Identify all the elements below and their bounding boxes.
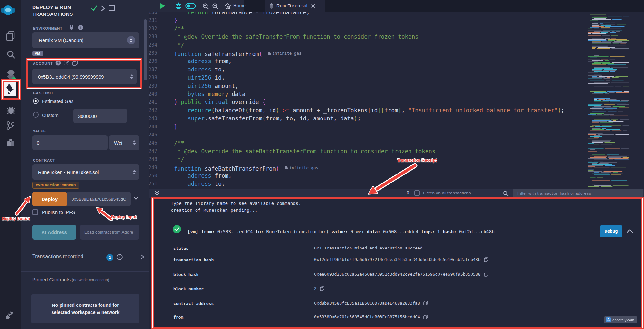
- code-line-239[interactable]: uint256 amount,: [160, 82, 238, 90]
- layout-icon[interactable]: [109, 5, 115, 11]
- code-line-231[interactable]: }: [160, 16, 178, 24]
- code-line-241[interactable]: ) public virtual override {: [160, 98, 266, 106]
- tab-runetoken[interactable]: RuneToken.sol: [265, 0, 325, 12]
- transactions-info-icon[interactable]: [117, 254, 123, 260]
- copilot-toggle-icon[interactable]: [185, 3, 196, 9]
- contract-select[interactable]: RuneToken - RuneToken.sol: [32, 164, 139, 180]
- receipt-row-value: 0xee6093d236c02a52a450ea73952d3dd942c9e2…: [314, 272, 488, 277]
- transactions-expand-icon[interactable]: [141, 254, 144, 259]
- code-line-243[interactable]: super.safeTransferFrom(from, to, id, amo…: [160, 115, 361, 123]
- collapse-terminal-icon[interactable]: [155, 191, 159, 196]
- custom-gas-input[interactable]: [73, 109, 127, 123]
- copy-icon[interactable]: [423, 301, 428, 306]
- code-line-247[interactable]: * @dev Override the safeBatchTransferFro…: [160, 147, 435, 155]
- plug-icon[interactable]: [69, 25, 74, 30]
- code-line-240[interactable]: bytes memory data: [160, 90, 245, 98]
- gas-pump-icon: [284, 166, 288, 170]
- environment-info-icon[interactable]: [78, 25, 83, 30]
- deploy-input-label: Deploy Input: [111, 214, 137, 219]
- receipt-row-label: status: [173, 246, 188, 251]
- at-address-button[interactable]: At Address: [32, 225, 76, 240]
- remix-logo-icon[interactable]: [1, 3, 15, 19]
- code-line-234[interactable]: */: [160, 41, 184, 49]
- pin-panel-icon[interactable]: [101, 5, 105, 11]
- deploy-expand-icon[interactable]: [133, 196, 139, 200]
- code-line-242[interactable]: require(balanceOf(from, id) >= amount + …: [160, 107, 564, 115]
- deploy-input[interactable]: [67, 192, 131, 206]
- code-line-235[interactable]: function safeTransferFrom(infinite gas: [160, 49, 301, 57]
- custom-gas-label: Custom: [42, 112, 59, 118]
- panel-scrollbar[interactable]: [144, 19, 147, 80]
- solidity-compiler-icon[interactable]: [6, 69, 17, 82]
- terminal-bar: 0 Listen on all transactions: [149, 189, 644, 198]
- collapse-receipt-icon[interactable]: [627, 229, 633, 233]
- code-line-249[interactable]: function safeBatchTransferFrom(infinite …: [160, 164, 318, 172]
- copy-icon[interactable]: [423, 315, 428, 319]
- code-line-233[interactable]: * @dev Override the safeTransferFrom fun…: [160, 33, 418, 41]
- plugin-manager-icon[interactable]: [5, 311, 14, 320]
- minimap[interactable]: [587, 12, 629, 189]
- add-account-icon[interactable]: [55, 60, 61, 66]
- code-line-251[interactable]: address to,: [160, 180, 225, 188]
- estimated-gas-radio[interactable]: [33, 98, 39, 104]
- learneth-icon[interactable]: [6, 138, 15, 147]
- compiled-check-icon: [91, 5, 97, 11]
- copy-account-icon[interactable]: [72, 60, 78, 66]
- unit-stepper-icon: [133, 140, 136, 145]
- line-number: 242: [149, 107, 157, 115]
- code-line-230[interactable]: return totalBalance - frozenBalance;: [160, 12, 310, 16]
- deploy-run-icon[interactable]: [4, 82, 16, 96]
- code-line-244[interactable]: }: [160, 123, 178, 131]
- at-address-label: At Address: [41, 230, 67, 235]
- line-number: 233: [149, 33, 157, 41]
- copy-icon[interactable]: [484, 272, 488, 277]
- edit-account-icon[interactable]: [64, 60, 69, 66]
- line-number: 230: [149, 12, 157, 16]
- listen-all-checkbox[interactable]: [414, 190, 420, 196]
- environment-select[interactable]: Remix VM (Cancun): [32, 32, 139, 48]
- environment-value: Remix VM (Cancun): [32, 37, 84, 43]
- tx-summary[interactable]: [vm] from: 0x5B3...eddC4 to: RuneToken.(…: [187, 229, 495, 234]
- line-number: 239: [149, 82, 157, 90]
- value-input[interactable]: [32, 135, 108, 150]
- terminal-search-icon[interactable]: [503, 191, 509, 196]
- tab-home[interactable]: Home: [225, 0, 246, 12]
- code-line-237[interactable]: address to,: [160, 66, 225, 74]
- zoom-out-icon[interactable]: [202, 3, 209, 10]
- file-explorer-icon[interactable]: [6, 31, 15, 41]
- value-unit-select[interactable]: Wei: [109, 135, 139, 150]
- code-line-232[interactable]: /**: [160, 25, 184, 33]
- line-number: 236: [149, 57, 157, 65]
- line-number: 250: [149, 172, 157, 180]
- transaction-receipt-label: Transaction Receipt: [397, 158, 437, 163]
- search-icon[interactable]: [6, 50, 15, 59]
- custom-gas-radio[interactable]: [33, 112, 39, 118]
- account-select[interactable]: 0x5B3...eddC4 (99.999999999: [32, 69, 137, 84]
- code-line-248[interactable]: */: [160, 155, 184, 164]
- copy-icon[interactable]: [484, 257, 488, 262]
- line-number: 241: [149, 98, 157, 106]
- code-line-250[interactable]: address from,: [160, 172, 232, 180]
- line-number: 237: [149, 66, 157, 74]
- at-address-input[interactable]: [80, 225, 139, 240]
- git-branch-icon[interactable]: [6, 121, 15, 130]
- copy-icon[interactable]: [320, 286, 324, 291]
- debug-button[interactable]: Debug: [600, 225, 622, 237]
- receipt-row-label: transaction hash: [173, 258, 214, 262]
- close-tab-icon[interactable]: [311, 4, 315, 8]
- vm-badge: VM: [32, 51, 43, 56]
- code-line-238[interactable]: uint256 id,: [160, 74, 225, 82]
- line-number: 232: [149, 25, 157, 33]
- deploy-button[interactable]: Deploy: [32, 192, 67, 206]
- debugger-icon[interactable]: [6, 105, 16, 115]
- code-editor[interactable]: 2302312322332342352362372382392402412422…: [149, 12, 644, 189]
- zoom-in-icon[interactable]: [212, 3, 219, 10]
- ai-assistant-icon[interactable]: [174, 2, 183, 10]
- code-line-236[interactable]: address from,: [160, 57, 232, 65]
- annotely-logo-icon: A: [606, 317, 611, 322]
- run-script-icon[interactable]: [160, 3, 166, 9]
- code-line-246[interactable]: /**: [160, 139, 184, 147]
- publish-ipfs-checkbox[interactable]: [32, 209, 38, 215]
- filter-transactions-input[interactable]: [513, 189, 643, 197]
- account-stepper-icon: [130, 74, 133, 79]
